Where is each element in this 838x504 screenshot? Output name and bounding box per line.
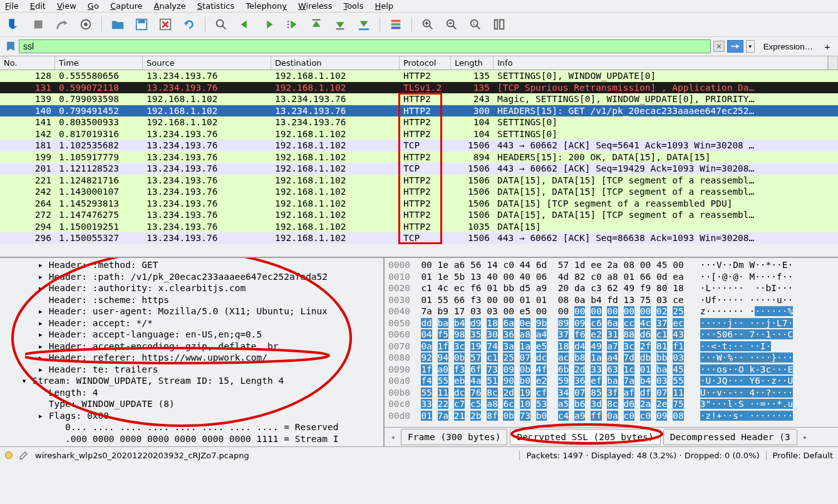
- tab-decrypted-ssl[interactable]: Decrypted SSL (205 bytes): [510, 429, 660, 446]
- table-row[interactable]: 1991.10591777913.234.193.76192.168.1.102…: [0, 152, 838, 163]
- hex-line[interactable]: 0010 01 1e 5b 13 40 00 40 06 4d 82 c0 a8…: [388, 271, 834, 283]
- go-back-button[interactable]: [235, 15, 254, 34]
- resize-columns-button[interactable]: [490, 15, 509, 34]
- header-length[interactable]: Length: [451, 56, 494, 69]
- find-button[interactable]: [212, 15, 230, 34]
- header-destination[interactable]: Destination: [271, 56, 400, 69]
- close-file-button[interactable]: [156, 15, 175, 34]
- menu-edit[interactable]: Edit: [30, 1, 46, 11]
- detail-line[interactable]: 0... .... .... .... .... .... .... .... …: [0, 421, 383, 433]
- go-first-button[interactable]: [307, 15, 326, 34]
- save-file-button[interactable]: [132, 15, 151, 34]
- menu-wireless[interactable]: Wireless: [298, 1, 332, 11]
- detail-line[interactable]: ▸ Header: referer: https://www.upwork.co…: [0, 352, 383, 364]
- hex-line[interactable]: 0000 00 1e a6 56 14 c0 44 6d 57 1d ee 2a…: [388, 259, 834, 271]
- restart-capture-button[interactable]: [53, 15, 71, 34]
- auto-scroll-button[interactable]: [354, 15, 373, 34]
- detail-line[interactable]: ▸ Header: :method: GET: [0, 259, 383, 271]
- detail-line[interactable]: Length: 4: [0, 387, 383, 399]
- zoom-in-button[interactable]: [418, 15, 437, 34]
- menu-view[interactable]: View: [57, 1, 76, 11]
- hex-line[interactable]: 00c0 33 22 c7 c5 a8 6c 10 53 a5 b6 3d 8c…: [388, 398, 834, 410]
- table-row[interactable]: 1310.59907211813.234.193.76192.168.1.102…: [0, 82, 838, 94]
- table-row[interactable]: 1390.799093598192.168.1.10213.234.193.76…: [0, 93, 838, 105]
- display-filter-input[interactable]: [19, 39, 711, 53]
- hex-line[interactable]: 00a0 f4 55 eb 4a 51 90 b0 e2 59 36 ef ba…: [388, 375, 834, 387]
- menu-statistics[interactable]: Statistics: [197, 1, 234, 11]
- go-forward-button[interactable]: [259, 15, 278, 34]
- menu-telephony[interactable]: Telephony: [246, 1, 287, 11]
- filter-history-dropdown[interactable]: ▾: [746, 40, 755, 53]
- hex-line[interactable]: 0030 01 55 66 f3 00 00 01 01 08 0a b4 fd…: [388, 294, 834, 306]
- hex-line[interactable]: 00d0 01 7a 21 2b 8f 0b 73 b0 c4 a9 ff 0a…: [388, 410, 834, 422]
- open-file-button[interactable]: [108, 15, 127, 34]
- hex-line[interactable]: 0080 92 94 0b 57 c1 25 07 dc ac b8 1a a4…: [388, 352, 834, 364]
- menu-help[interactable]: Help: [375, 1, 393, 11]
- add-filter-button[interactable]: +: [822, 40, 833, 53]
- hex-line[interactable]: 0050 dd ba b4 d9 18 6a 0e 9b 89 09 c6 6a…: [388, 317, 834, 329]
- tab-decompressed-header[interactable]: Decompressed Header (3: [663, 429, 797, 446]
- zoom-reset-button[interactable]: 1: [466, 15, 485, 34]
- table-row[interactable]: 2721.14747627513.234.193.76192.168.1.102…: [0, 209, 838, 221]
- detail-line[interactable]: ▾ Stream: WINDOW_UPDATE, Stream ID: 15, …: [0, 375, 383, 387]
- expert-info-led[interactable]: [5, 451, 13, 459]
- bookmark-icon[interactable]: [5, 41, 16, 52]
- table-row[interactable]: 1811.10253568213.234.193.76192.168.1.102…: [0, 140, 838, 152]
- hex-dump-body[interactable]: 0000 00 1e a6 56 14 c0 44 6d 57 1d ee 2a…: [385, 258, 838, 427]
- table-row[interactable]: 1410.803500933192.168.1.10213.234.193.76…: [0, 116, 838, 128]
- zoom-out-button[interactable]: [442, 15, 461, 34]
- profile-label[interactable]: Profile: Default: [766, 451, 833, 460]
- menu-analyze[interactable]: Analyze: [154, 1, 186, 11]
- detail-line[interactable]: .000 0000 0000 0000 0000 0000 0000 1111 …: [0, 433, 383, 445]
- detail-line[interactable]: ▸ Header: accept: */*: [0, 317, 383, 329]
- edit-icon[interactable]: [19, 450, 29, 460]
- header-info[interactable]: Info: [494, 56, 828, 69]
- menu-file[interactable]: File: [5, 1, 19, 11]
- start-capture-button[interactable]: [5, 15, 24, 34]
- table-row[interactable]: 2961.15005532713.234.193.76192.168.1.102…: [0, 232, 838, 244]
- apply-filter-button[interactable]: [727, 40, 743, 53]
- expression-button[interactable]: Expression…: [757, 41, 819, 53]
- table-row[interactable]: 2641.14529381313.234.193.76192.168.1.102…: [0, 198, 838, 210]
- table-row[interactable]: 2211.12482171613.234.193.76192.168.1.102…: [0, 175, 838, 187]
- detail-line[interactable]: ▸ Header: :authority: x.clearbitjs.com: [0, 282, 383, 294]
- stop-capture-button[interactable]: [29, 15, 48, 34]
- menu-capture[interactable]: Capture: [110, 1, 143, 11]
- hex-line[interactable]: 0070 0a 1f 3c 19 74 3a 1a e5 18 d4 49 a7…: [388, 341, 834, 352]
- table-row[interactable]: 2011.12112852313.234.193.76192.168.1.102…: [0, 163, 838, 175]
- hex-line[interactable]: 0060 04 f5 98 35 30 36 a8 a4 37 f6 e2 31…: [388, 329, 834, 341]
- packet-list[interactable]: 1280.55558065613.234.193.76192.168.1.102…: [0, 70, 838, 257]
- go-last-button[interactable]: [331, 15, 349, 34]
- header-protocol[interactable]: Protocol: [400, 56, 451, 69]
- detail-line[interactable]: ▸ Flags: 0x00: [0, 410, 383, 422]
- tab-nav-left[interactable]: ◂: [387, 431, 398, 443]
- detail-line[interactable]: ▸ Header: te: trailers: [0, 364, 383, 376]
- hex-line[interactable]: 0090 1f a0 f3 6f 73 09 0b 4f 6b 2d 33 63…: [388, 364, 834, 376]
- hex-line[interactable]: 0020 c1 4c ec f6 01 bb d5 a9 20 da c3 62…: [388, 282, 834, 294]
- table-row[interactable]: 1280.55558065613.234.193.76192.168.1.102…: [0, 70, 838, 82]
- detail-line[interactable]: ▸ Header: accept-encoding: gzip, deflate…: [0, 341, 383, 352]
- goto-packet-button[interactable]: [283, 15, 302, 34]
- header-time[interactable]: Time: [55, 56, 143, 69]
- detail-line[interactable]: ▸ Header: accept-language: en-US,en;q=0.…: [0, 329, 383, 341]
- table-row[interactable]: 2941.15001925113.234.193.76192.168.1.102…: [0, 221, 838, 233]
- table-row[interactable]: 1420.81701931613.234.193.76192.168.1.102…: [0, 128, 838, 140]
- detail-line[interactable]: Header: :scheme: https: [0, 294, 383, 306]
- hex-line[interactable]: 0040 7a b9 17 03 03 00 e5 00 00 00 00 00…: [388, 306, 834, 317]
- reload-button[interactable]: [180, 15, 199, 34]
- menu-tools[interactable]: Tools: [343, 1, 363, 11]
- clear-filter-button[interactable]: ✕: [713, 41, 725, 52]
- table-row[interactable]: 1400.799491452192.168.1.10213.234.193.76…: [0, 105, 838, 117]
- tab-frame[interactable]: Frame (300 bytes): [401, 429, 507, 446]
- packet-details-pane[interactable]: ▸ Header: :method: GET ▸ Header: :path: …: [0, 258, 385, 446]
- detail-line[interactable]: ▸ Header: :path: /v1/pk_20ecac233aaaee64…: [0, 271, 383, 283]
- tab-nav-right[interactable]: ▸: [800, 431, 811, 443]
- table-row[interactable]: 2421.14300010713.234.193.76192.168.1.102…: [0, 186, 838, 198]
- header-source[interactable]: Source: [143, 56, 271, 69]
- detail-line[interactable]: Type: WINDOW_UPDATE (8): [0, 398, 383, 410]
- colorize-button[interactable]: [386, 15, 405, 34]
- detail-line[interactable]: ▸ Header: user-agent: Mozilla/5.0 (X11; …: [0, 306, 383, 317]
- hex-line[interactable]: 00b0 55 11 dc 76 8c 2d 19 cf 34 07 85 3f…: [388, 387, 834, 399]
- menu-go[interactable]: Go: [88, 1, 99, 11]
- header-no[interactable]: No.: [0, 56, 55, 69]
